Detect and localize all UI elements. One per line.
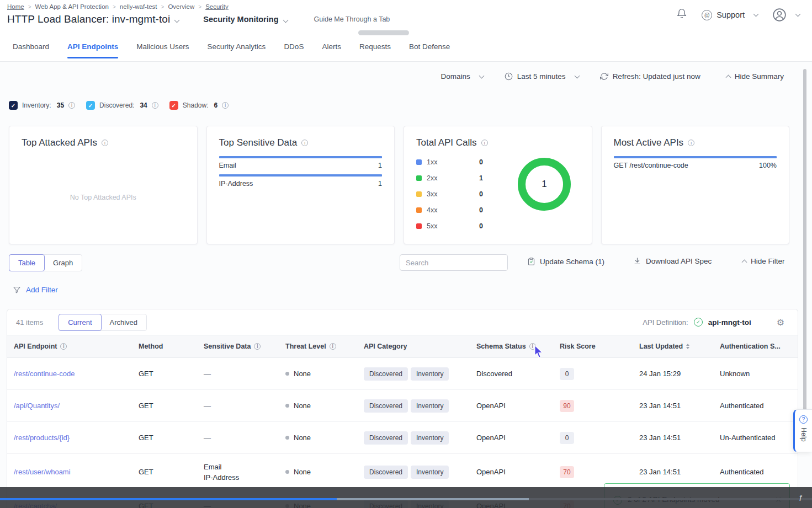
column-header-authentication-s-[interactable]: Authentication S... (720, 343, 798, 350)
gear-icon[interactable]: ⚙ (777, 317, 784, 328)
tab-ddos[interactable]: DDoS (284, 32, 304, 61)
column-header-method[interactable]: Method (139, 343, 204, 350)
info-icon[interactable]: i (254, 343, 261, 350)
category-badge: Discovered (364, 466, 408, 479)
legend-label: 2xx (427, 174, 479, 182)
column-header-risk-score[interactable]: Risk Score (560, 343, 639, 350)
column-header-last-updated[interactable]: Last Updated (639, 343, 720, 350)
endpoint-link[interactable]: /rest/products/{id} (14, 434, 70, 442)
video-progress-played[interactable] (0, 498, 337, 500)
filter-chip-discovered[interactable]: ✓Discovered:34i (86, 101, 158, 110)
tab-bot-defense[interactable]: Bot Defense (409, 32, 450, 61)
question-icon: ? (799, 415, 808, 424)
support-menu[interactable]: @ Support (702, 10, 758, 20)
api-definition: API Definition: ✓ api-mngt-toi ⚙ (643, 317, 784, 328)
breadcrumb-item[interactable]: Overview (168, 3, 194, 10)
time-range-dropdown[interactable]: Last 5 minutes (505, 72, 579, 81)
info-icon[interactable]: i (152, 102, 158, 109)
hide-filter-button[interactable]: Hide Filter (737, 257, 785, 265)
bar-label-row: IP-Address1 (219, 180, 383, 188)
breadcrumb-item[interactable]: Home (7, 3, 24, 10)
bar-item-value: 100% (759, 162, 777, 169)
update-schema-button[interactable]: Update Schema (1) (527, 257, 604, 266)
breadcrumb-item[interactable]: Security (205, 3, 229, 10)
security-monitoring-chevron[interactable] (279, 14, 288, 24)
video-progress-buffered[interactable] (337, 498, 529, 500)
tab-security-analytics[interactable]: Security Analytics (208, 32, 266, 61)
security-monitoring-dropdown[interactable]: Security Monitoring (203, 15, 278, 24)
info-icon[interactable]: i (301, 140, 308, 146)
category-badge: Discovered (364, 399, 408, 413)
info-icon[interactable]: i (330, 343, 336, 350)
chevron-down-icon (574, 73, 580, 78)
info-icon[interactable]: i (222, 102, 229, 109)
column-header-schema-status[interactable]: Schema Statusi (476, 343, 560, 350)
state-option-current[interactable]: Current (59, 314, 101, 331)
domains-dropdown[interactable]: Domains (441, 72, 484, 81)
avatar-icon (772, 8, 787, 22)
title-dropdown[interactable] (170, 14, 179, 24)
table-row: /api/Quantitys/GET—NoneDiscoveredInvento… (7, 390, 798, 422)
legend-item-5xx: 5xx0 (416, 218, 483, 234)
column-header-api-category[interactable]: API Category (364, 343, 476, 350)
view-option-table[interactable]: Table (9, 254, 45, 271)
risk-score-cell: 90 (560, 400, 639, 412)
info-icon[interactable]: i (102, 140, 108, 146)
info-icon[interactable]: i (529, 343, 536, 350)
info-icon[interactable]: i (688, 140, 694, 146)
filter-chip-inventory[interactable]: ✓Inventory:35i (9, 101, 75, 110)
endpoint-cell: /rest/products/{id} (14, 434, 139, 442)
download-api-spec-button[interactable]: Download API Spec (633, 257, 712, 265)
view-option-graph[interactable]: Graph (44, 254, 82, 271)
risk-score-badge: 0 (560, 368, 574, 380)
api-definition-value[interactable]: api-mngt-toi (708, 318, 751, 327)
legend-swatch (416, 223, 422, 229)
column-header-sensitive-data[interactable]: Sensitive Datai (204, 343, 285, 350)
risk-score-cell: 0 (560, 368, 639, 380)
value-bar (614, 156, 777, 158)
method-cell: GET (139, 468, 204, 476)
help-tab[interactable]: ? Help (793, 409, 812, 452)
column-header-api-endpoint[interactable]: API Endpointi (14, 343, 139, 350)
breadcrumb-item[interactable]: nelly-waf-test (120, 3, 157, 10)
breadcrumb-item[interactable]: Web App & API Protection (35, 3, 109, 10)
threat-level-cell: None (285, 370, 364, 378)
schema-status-cell: OpenAPI (476, 434, 560, 442)
add-filter-button[interactable]: Add Filter (13, 286, 58, 294)
tab-api-endpoints[interactable]: API Endpoints (67, 32, 118, 61)
info-icon[interactable]: i (481, 140, 488, 146)
refresh-button[interactable]: Refresh: Updated just now (600, 72, 700, 81)
sensitive-data-cell: — (204, 368, 285, 379)
risk-score-cell: 70 (560, 466, 639, 478)
risk-score-badge: 70 (560, 466, 574, 478)
endpoint-link[interactable]: /rest/continue-code (14, 370, 75, 378)
vertical-scrollbar[interactable] (803, 69, 806, 436)
api-category-cell: DiscoveredInventory (364, 399, 476, 413)
category-badge: Discovered (364, 431, 408, 445)
endpoint-link[interactable]: /api/Quantitys/ (14, 402, 60, 410)
tab-dashboard[interactable]: Dashboard (13, 32, 49, 61)
tab-malicious-users[interactable]: Malicious Users (136, 32, 189, 61)
guide-me-link[interactable]: Guide Me Through a Tab (314, 15, 390, 23)
state-option-archived[interactable]: Archived (100, 314, 147, 331)
sensitive-item: — (204, 432, 285, 443)
filter-chip-shadow[interactable]: ✓Shadow:6i (169, 101, 229, 110)
sort-icon[interactable] (686, 344, 689, 349)
card-title: Top Attacked APIs (22, 137, 97, 148)
legend-label: 3xx (427, 190, 479, 198)
hide-summary-button[interactable]: Hide Summary (721, 72, 784, 81)
category-badge: Discovered (364, 367, 408, 381)
search-input[interactable] (400, 254, 508, 271)
last-updated-cell: 23 Jan 14:51 (639, 402, 720, 410)
endpoint-link[interactable]: /rest/user/whoami (14, 468, 71, 476)
column-label: Sensitive Data (204, 343, 251, 350)
tab-alerts[interactable]: Alerts (322, 32, 341, 61)
tab-requests[interactable]: Requests (359, 32, 391, 61)
info-icon[interactable]: i (68, 102, 75, 109)
account-menu[interactable] (772, 8, 800, 22)
notifications-button[interactable] (676, 8, 687, 22)
video-progress-track[interactable] (529, 498, 812, 500)
info-icon[interactable]: i (60, 343, 67, 350)
column-header-threat-level[interactable]: Threat Leveli (285, 343, 364, 350)
api-category-cell: DiscoveredInventory (364, 466, 476, 479)
